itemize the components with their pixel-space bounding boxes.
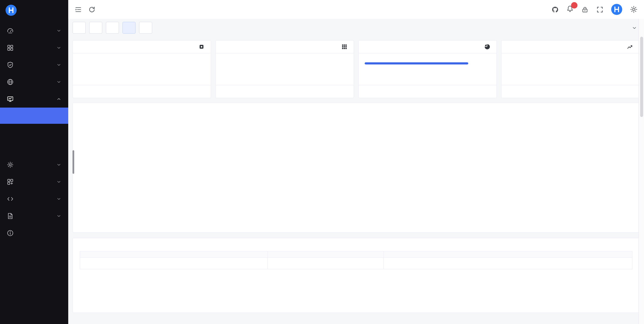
disk-progress-bar [365,62,468,65]
table-row [80,258,632,269]
system-monitor-submenu [0,108,68,156]
server-info-card [72,238,640,313]
trend-line-icon [627,44,633,50]
app-logo-icon [6,5,17,16]
document-icon [7,213,14,219]
sidebar-item-system-apps[interactable] [0,73,68,91]
chevron-down-icon [56,79,62,85]
tab-bar [68,19,644,37]
chevron-down-icon [56,45,62,50]
settings-gear-icon[interactable] [630,6,638,13]
sidebar-item-system-settings[interactable] [0,156,68,173]
sidebar-subitem-service-monitor[interactable] [0,108,68,124]
sidebar [0,0,68,324]
sidebar-item-permissions[interactable] [0,56,68,73]
memory-card [216,40,354,98]
chevron-down-icon [56,179,62,184]
disk-progress-fill [365,62,468,65]
tab-service-monitor[interactable] [122,22,136,34]
network-traffic-chart [97,128,632,220]
sidebar-item-plugins[interactable] [0,173,68,190]
tab-list-dropdown[interactable] [629,22,640,33]
disk-card [358,40,497,98]
tab-config[interactable] [139,22,152,34]
avatar-logo-icon [611,4,622,15]
sidebar-menu [0,21,68,324]
x-axis-labels [97,222,632,230]
server-info-table [80,251,632,269]
app-logo-row[interactable] [0,0,68,21]
sidebar-item-dashboard[interactable] [0,22,68,39]
chevron-down-icon [56,62,62,68]
server-ip-value [384,258,632,269]
chevron-up-icon [56,97,62,102]
sidebar-item-docs[interactable] [0,207,68,224]
sidebar-item-system-monitor[interactable] [0,91,68,108]
refresh-icon[interactable] [88,6,96,13]
col-server-ip [384,251,632,258]
monitor-icon [7,96,14,102]
chevron-down-icon [632,25,637,31]
chevron-down-icon [56,213,62,219]
main-area [68,0,644,324]
fullscreen-icon[interactable] [596,6,604,13]
tab-online-recharge[interactable] [89,22,102,34]
col-server-name [80,251,268,258]
shield-icon [7,62,14,68]
cpu-card [72,40,211,98]
hotgo-admin-app [0,0,644,324]
stat-upload [80,117,218,123]
chevron-down-icon [56,196,62,201]
load-card [501,40,640,98]
info-icon [7,230,14,236]
sidebar-collapse-icon[interactable] [75,6,82,13]
page-scrollbar-thumb[interactable] [640,37,643,117]
top-header [68,0,644,19]
server-name-value [80,258,268,269]
page-scrollbar-track[interactable] [638,19,644,324]
sidebar-subitem-online-services[interactable] [0,140,68,156]
download-dot [218,120,221,123]
pie-chart-icon [484,44,490,50]
sidebar-item-organization[interactable] [0,39,68,56]
sidebar-subitem-online-users[interactable] [0,124,68,140]
sidebar-item-about[interactable] [0,224,68,242]
sidebar-item-dev-tools[interactable] [0,190,68,207]
stat-card-row [72,40,640,98]
page-content [68,37,644,324]
load-sparkline [508,60,633,81]
code-icon [7,195,14,202]
github-icon[interactable] [552,6,559,13]
notification-bell[interactable] [566,5,574,14]
load-spark-chart [508,60,633,81]
col-os [268,251,384,258]
tab-console[interactable] [72,22,86,34]
stat-download [218,117,356,123]
cpu-chip-icon [198,44,205,50]
user-avatar[interactable] [611,4,622,15]
chevron-down-icon [56,28,62,33]
upload-dot [80,120,83,123]
stat-total-sent [356,117,494,123]
content-scrollbar-thumb[interactable] [72,150,74,174]
notification-badge [571,2,578,8]
org-grid-icon [7,44,14,51]
server-os-value [268,258,384,269]
gear-icon [7,161,14,168]
received-dot [494,120,497,123]
tab-attachments[interactable] [106,22,119,34]
dashboard-icon [7,27,14,34]
chevron-down-icon [56,162,62,167]
stat-total-received [494,117,632,123]
network-chart-plot [97,128,632,220]
network-stats-row [80,117,632,123]
network-traffic-card [72,102,640,233]
memory-grid-icon [341,44,348,50]
sent-dot [356,120,359,123]
header-actions [552,4,638,15]
plugin-icon [7,178,14,185]
table-header-row [80,251,632,258]
globe-icon [7,79,14,85]
lock-icon[interactable] [581,6,588,13]
